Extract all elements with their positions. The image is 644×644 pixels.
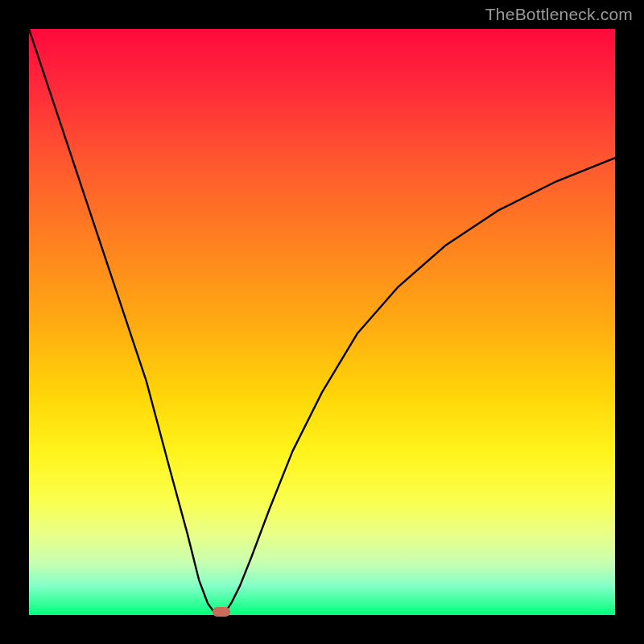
watermark-text: TheBottleneck.com [485, 5, 633, 24]
plot-area [29, 29, 615, 615]
chart-frame: TheBottleneck.com [0, 0, 644, 644]
optimal-point-marker [213, 607, 230, 617]
bottleneck-curve [29, 29, 615, 615]
